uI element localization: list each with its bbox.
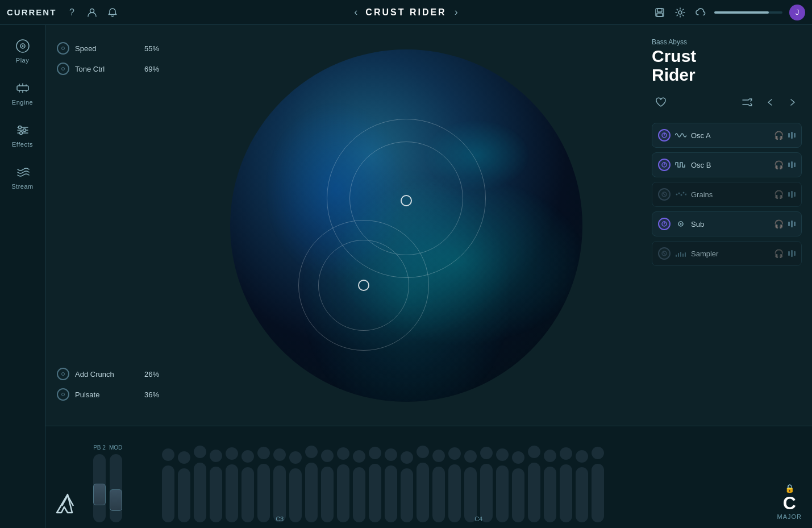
- sampler-power-button[interactable]: [658, 247, 671, 260]
- key-top-dot-16: [417, 446, 429, 458]
- key-button-12[interactable]: [353, 467, 365, 522]
- sidebar-stream-label: Stream: [11, 183, 33, 190]
- key-button-22[interactable]: [512, 468, 524, 522]
- prev-track-button[interactable]: ‹: [354, 6, 357, 18]
- sampler-headphone-button[interactable]: 🎧: [774, 249, 784, 258]
- key-button-6[interactable]: [257, 464, 270, 522]
- pb-fader-thumb[interactable]: [93, 484, 106, 505]
- grains-volume-button[interactable]: [788, 191, 796, 198]
- osc-a-power-button[interactable]: [658, 129, 671, 142]
- key-col-24: [544, 450, 556, 522]
- play-icon: [15, 38, 31, 54]
- key-button-0[interactable]: [162, 465, 174, 522]
- key-button-3[interactable]: [210, 467, 222, 522]
- key-button-13[interactable]: [369, 464, 381, 522]
- key-top-dot-2: [194, 446, 206, 458]
- svg-point-9: [18, 126, 21, 128]
- crunch-knob[interactable]: [57, 368, 69, 380]
- osc-a-headphone-button[interactable]: 🎧: [774, 131, 784, 140]
- vinyl-display[interactable]: [230, 49, 582, 402]
- key-button-18[interactable]: [448, 464, 461, 522]
- speed-control[interactable]: Speed 55%: [57, 42, 159, 55]
- key-button-8[interactable]: [289, 468, 302, 522]
- grains-headphone-button[interactable]: 🎧: [774, 190, 784, 199]
- key-button-9[interactable]: [305, 463, 318, 522]
- sidebar-item-stream[interactable]: Stream: [3, 157, 43, 197]
- key-col-18: [448, 447, 461, 522]
- key-top-dot-8: [289, 451, 302, 464]
- key-button-11[interactable]: [337, 464, 349, 522]
- topbar-right: J: [653, 5, 805, 20]
- sub-volume-button[interactable]: [788, 221, 796, 227]
- key-button-10[interactable]: [321, 467, 334, 522]
- sidebar-item-effects[interactable]: Effects: [3, 115, 43, 155]
- speed-knob[interactable]: [57, 42, 69, 55]
- svg-point-11: [19, 131, 22, 134]
- tone-knob[interactable]: [57, 63, 69, 75]
- settings-icon[interactable]: [673, 6, 687, 19]
- next-track-button[interactable]: ›: [455, 6, 458, 18]
- save-icon[interactable]: [653, 6, 667, 19]
- key-button-15[interactable]: [401, 468, 413, 522]
- module-grains[interactable]: Grains 🎧: [652, 182, 802, 207]
- sampler-volume-button[interactable]: [788, 250, 796, 257]
- key-button-4[interactable]: [226, 464, 238, 522]
- osc-b-label: Osc B: [691, 161, 769, 169]
- pulsate-control[interactable]: Pulsate 36%: [57, 388, 159, 401]
- tone-ctrl-control[interactable]: Tone Ctrl 69%: [57, 63, 159, 75]
- module-osc-b[interactable]: Osc B 🎧: [652, 152, 802, 177]
- help-icon[interactable]: ?: [65, 6, 78, 19]
- pb-fader[interactable]: [93, 454, 106, 522]
- key-button-24[interactable]: [544, 467, 556, 522]
- lock-icon[interactable]: 🔒: [785, 484, 794, 493]
- grains-power-button[interactable]: [658, 188, 671, 201]
- sub-headphone-button[interactable]: 🎧: [774, 219, 784, 228]
- shuffle-button[interactable]: [738, 93, 756, 111]
- topbar-center: ‹ CRUST RIDER ›: [354, 6, 457, 18]
- key-button-14[interactable]: [385, 465, 397, 522]
- favorite-button[interactable]: [652, 93, 670, 111]
- grains-waveform-icon: [675, 191, 686, 198]
- center-visualization: [170, 25, 642, 426]
- add-crunch-control[interactable]: Add Crunch 26%: [57, 368, 159, 380]
- key-button-16[interactable]: [417, 463, 429, 522]
- key-button-17[interactable]: [432, 467, 445, 522]
- cloud-icon[interactable]: [694, 6, 707, 19]
- bell-icon[interactable]: [106, 6, 119, 19]
- osc-b-headphone-button[interactable]: 🎧: [774, 160, 784, 169]
- sidebar-item-play[interactable]: Play: [3, 31, 43, 70]
- prev-preset-button[interactable]: [761, 93, 779, 111]
- module-sub[interactable]: Sub 🎧: [652, 211, 802, 236]
- svg-point-7: [22, 45, 23, 47]
- osc-b-power-button[interactable]: [658, 159, 671, 171]
- key-button-23[interactable]: [528, 463, 540, 522]
- key-top-dot-9: [305, 446, 318, 458]
- key-button-25[interactable]: [560, 464, 572, 522]
- user-avatar[interactable]: J: [789, 5, 805, 20]
- progress-bar[interactable]: [714, 11, 782, 14]
- key-button-2[interactable]: [194, 463, 206, 522]
- module-osc-a[interactable]: Osc A 🎧: [652, 123, 802, 148]
- osc-a-volume-button[interactable]: [788, 132, 796, 139]
- next-preset-button[interactable]: [784, 93, 802, 111]
- user-icon[interactable]: [86, 6, 98, 19]
- module-sampler[interactable]: Sampler 🎧: [652, 241, 802, 266]
- topbar: CURRENT ? ‹ CRUST RIDER ›: [0, 0, 812, 25]
- c3-label: C3: [276, 515, 284, 522]
- key-button-5[interactable]: [241, 467, 254, 522]
- pulsate-knob[interactable]: [57, 388, 69, 401]
- key-button-26[interactable]: [576, 467, 588, 522]
- sidebar-item-engine[interactable]: Engine: [3, 73, 43, 113]
- osc-b-volume-button[interactable]: [788, 161, 796, 168]
- mod-fader-thumb[interactable]: [110, 489, 122, 511]
- mod-fader[interactable]: [110, 454, 122, 522]
- preset-name-line2: Rider: [652, 65, 696, 84]
- upper-orbit-dot: [401, 195, 412, 206]
- app-logo: CURRENT: [7, 7, 56, 17]
- key-button-1[interactable]: [178, 468, 190, 522]
- key-top-dot-27: [592, 447, 604, 459]
- sub-power-button[interactable]: [658, 218, 671, 230]
- key-button-27[interactable]: [592, 464, 604, 522]
- right-panel: Bass Abyss Crust Rider: [642, 25, 812, 426]
- key-button-21[interactable]: [496, 465, 509, 522]
